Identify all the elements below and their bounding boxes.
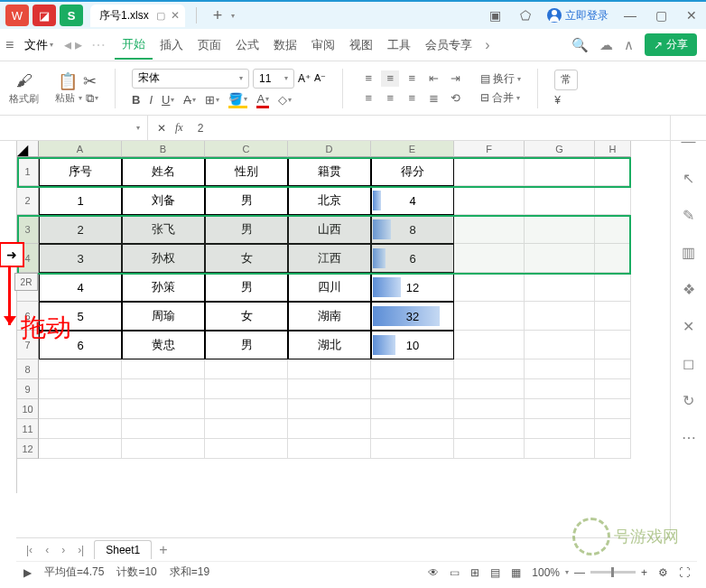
cell[interactable]: 12 — [371, 273, 454, 302]
panel-icon[interactable]: ▥ — [682, 244, 695, 261]
border-button[interactable]: ⊞▾ — [205, 93, 219, 107]
cursor-icon[interactable]: ↖ — [683, 170, 694, 187]
cell[interactable] — [454, 273, 525, 302]
layers-icon[interactable]: ❖ — [683, 281, 695, 298]
cell[interactable] — [39, 399, 122, 419]
align-center-icon[interactable]: ≡ — [381, 90, 399, 107]
cell[interactable] — [454, 399, 525, 419]
tab-home[interactable]: 开始 — [115, 31, 153, 60]
dash-icon[interactable]: ▭ — [450, 566, 460, 579]
tabs-overflow-icon[interactable]: › — [479, 37, 495, 53]
cell[interactable]: 6 — [371, 244, 454, 273]
row-header[interactable]: 1 — [17, 157, 39, 186]
tab-review[interactable]: 审阅 — [304, 32, 342, 59]
cell[interactable] — [288, 359, 371, 379]
search-icon[interactable]: 🔍 — [571, 37, 589, 53]
view-reading-icon[interactable]: ▦ — [511, 566, 521, 579]
cell[interactable]: 得分 — [371, 157, 454, 186]
cell[interactable] — [525, 439, 595, 459]
cell[interactable] — [288, 439, 371, 459]
cancel-icon[interactable]: ✕ — [157, 122, 166, 135]
cell[interactable]: 黄忠 — [122, 331, 205, 359]
strike-button[interactable]: A̶▾ — [183, 93, 196, 107]
row-header[interactable]: 9 — [17, 379, 39, 399]
zoom-out-icon[interactable]: — — [574, 566, 585, 579]
share-button[interactable]: ↗ 分享 — [645, 33, 697, 56]
bold-button[interactable]: B — [132, 93, 140, 107]
cell[interactable] — [525, 157, 595, 186]
cube-icon[interactable]: ⬠ — [516, 6, 534, 24]
close-window-button[interactable]: ✕ — [683, 6, 701, 24]
spreadsheet-grid[interactable]: ◢ 123456789101112 ABCDEFGH 序号姓名性别籍贯得分1刘备… — [16, 141, 706, 493]
cell[interactable] — [525, 273, 595, 302]
tab-view[interactable]: 视图 — [342, 32, 380, 59]
cell[interactable]: 4 — [371, 186, 454, 215]
decrease-font-icon[interactable]: A⁻ — [314, 72, 326, 84]
wrap-button[interactable]: ▤ 换行▾ — [480, 71, 521, 87]
cell[interactable] — [39, 419, 122, 439]
cell[interactable]: 四川 — [288, 273, 371, 302]
italic-button[interactable]: I — [149, 93, 153, 107]
menu-icon[interactable]: ≡ — [5, 37, 14, 53]
collapse-ribbon-icon[interactable]: ∧ — [624, 37, 634, 53]
close-tab-icon[interactable]: ✕ — [171, 9, 180, 22]
align-middle-icon[interactable]: ≡ — [381, 70, 399, 87]
cell[interactable] — [454, 186, 525, 215]
cell[interactable] — [525, 359, 595, 379]
cell[interactable]: 3 — [39, 244, 122, 273]
settings-icon[interactable]: ⚙ — [658, 566, 668, 579]
cell[interactable]: 序号 — [39, 157, 122, 186]
col-header-D[interactable]: D — [288, 141, 371, 157]
cell[interactable] — [454, 379, 525, 399]
transform-icon[interactable]: ✕ — [683, 318, 694, 335]
minus-icon[interactable]: — — [682, 134, 696, 150]
zoom-control[interactable]: 100%▾ — + — [532, 566, 647, 579]
tab-formula[interactable]: 公式 — [228, 32, 266, 59]
increase-font-icon[interactable]: A⁺ — [298, 72, 311, 85]
cell[interactable]: 湖南 — [288, 302, 371, 331]
cell[interactable] — [205, 439, 288, 459]
cell[interactable]: 湖北 — [288, 331, 371, 359]
copy-icon[interactable]: ⧉▾ — [86, 91, 98, 106]
cell[interactable] — [525, 244, 595, 273]
orientation-icon[interactable]: ⟲ — [446, 90, 464, 107]
cell[interactable] — [205, 379, 288, 399]
cell[interactable]: 孙策 — [122, 273, 205, 302]
cell[interactable]: 山西 — [288, 215, 371, 244]
file-menu[interactable]: 文件▾ — [17, 33, 60, 57]
cell[interactable] — [454, 331, 525, 359]
row-header[interactable]: 11 — [17, 419, 39, 439]
cell[interactable]: 男 — [205, 215, 288, 244]
tab-data[interactable]: 数据 — [266, 32, 304, 59]
cell[interactable] — [288, 419, 371, 439]
cell[interactable] — [525, 331, 595, 359]
cell[interactable] — [122, 419, 205, 439]
cell[interactable] — [454, 419, 525, 439]
formula-input[interactable]: 2 — [192, 122, 204, 135]
cell[interactable] — [595, 379, 631, 399]
fullscreen-icon[interactable]: ⛶ — [679, 566, 690, 579]
cell[interactable] — [595, 331, 631, 359]
cell[interactable]: 男 — [205, 273, 288, 302]
cell[interactable]: 4 — [39, 273, 122, 302]
refresh-icon[interactable]: ↻ — [683, 392, 694, 409]
cell[interactable] — [371, 359, 454, 379]
layout-icon[interactable]: ▣ — [486, 6, 504, 24]
cell[interactable]: 张飞 — [122, 215, 205, 244]
more-icon[interactable]: ⋯ — [91, 36, 106, 53]
cell[interactable] — [454, 359, 525, 379]
cell[interactable]: 男 — [205, 186, 288, 215]
tab-tools[interactable]: 工具 — [380, 32, 418, 59]
cell[interactable] — [371, 419, 454, 439]
font-color-button[interactable]: A▾ — [256, 92, 269, 108]
sheet-first-icon[interactable]: |‹ — [23, 544, 35, 556]
cell[interactable] — [525, 419, 595, 439]
cell[interactable] — [525, 186, 595, 215]
login-button[interactable]: 立即登录 — [547, 8, 608, 23]
file-tab[interactable]: 序号1.xlsx ▢ ✕ — [90, 5, 185, 27]
cell[interactable] — [525, 215, 595, 244]
cell[interactable] — [39, 359, 122, 379]
indent-right-icon[interactable]: ⇥ — [446, 70, 464, 87]
col-header-H[interactable]: H — [595, 141, 631, 157]
prev-icon[interactable]: ◂ — [64, 36, 71, 53]
